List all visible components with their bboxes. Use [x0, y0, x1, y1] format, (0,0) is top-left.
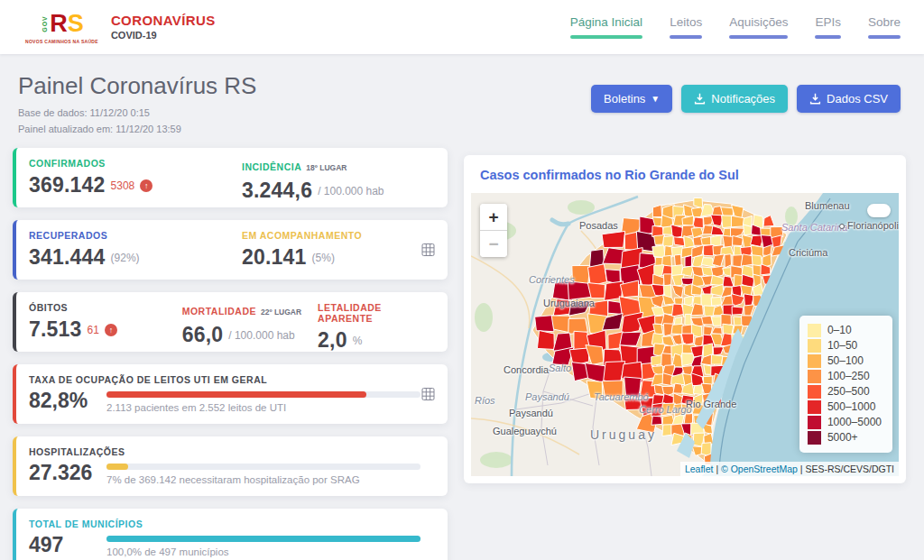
municipios-label: TOTAL DE MUNICÍPIOS [29, 519, 435, 529]
city-marker-icon [839, 224, 845, 229]
map-card: Casos confirmados no Rio Grande do Sul [464, 155, 906, 483]
download-icon [694, 93, 706, 105]
attribution-source: SES-RS/CEVS/DGTI [805, 464, 894, 474]
nav-item-aquisicoes[interactable]: Aquisições [729, 15, 788, 39]
hospitalizacoes-progress-fill [106, 464, 128, 470]
page-title: Painel Coronavírus RS [18, 72, 256, 100]
legend-row: 5000+ [808, 430, 882, 445]
legend-swatch [808, 324, 821, 337]
map-label: Criciúma [789, 247, 827, 258]
legend-row: 100–250 [808, 369, 882, 384]
map-layers-pill[interactable] [867, 204, 891, 217]
rs-letter-r: R [50, 12, 68, 36]
recuperados-label: RECUPERADOS [29, 230, 242, 241]
map-label: Salto [549, 363, 571, 373]
legend-label: 250–500 [827, 384, 870, 399]
gov-vertical-mark: GOV [40, 11, 50, 38]
legend-swatch [808, 370, 821, 383]
confirmados-value: 369.142 [29, 173, 106, 197]
letalidade-label: LETALIDADE APARENTE [318, 302, 435, 324]
obitos-value: 7.513 [29, 317, 82, 342]
map-label: Gualeguaychú [493, 426, 557, 436]
legend-label: 10–50 [827, 338, 857, 353]
card-confirmados: CONFIRMADOS 369.142 5308↑ INCIDÊNCIA18º … [13, 148, 448, 207]
database-date-text: Base de dados: 11/12/20 0:15 [18, 106, 256, 122]
legend-label: 100–250 [827, 369, 870, 384]
legend-row: 10–50 [808, 338, 882, 353]
municipios-value: 497 [29, 533, 94, 557]
covid19-wordmark: COVID-19 [111, 30, 216, 42]
municipios-caption: 100,0% de 497 municípios [106, 546, 420, 557]
confirmados-label: CONFIRMADOS [29, 158, 242, 169]
map-label: Blumenau [805, 200, 850, 211]
table-icon[interactable] [421, 243, 435, 257]
legend-row: 1000–5000 [808, 415, 882, 430]
legend-row: 50–100 [808, 353, 882, 369]
dados-csv-button[interactable]: Dados CSV [797, 85, 901, 113]
map-attribution: Leaflet | © OpenStreetMap | SES-RS/CEVS/… [680, 462, 899, 476]
panel-updated-text: Painel atualizado em: 11/12/20 13:59 [18, 122, 256, 138]
map-label: Ríos [475, 395, 495, 406]
map-label: Rio Grande [686, 399, 736, 409]
map-label: Paysandú [525, 391, 569, 402]
nav-item-pagina-inicial[interactable]: Página Inicial [570, 15, 642, 39]
card-hospitalizacoes: HOSPITALIZAÇÕES 27.326 7% de 369.142 nec… [13, 436, 448, 496]
nav-active-underline [570, 35, 642, 39]
incidencia-value: 3.244,6 [242, 179, 312, 203]
obitos-delta: 61 [88, 324, 99, 336]
notificacoes-button[interactable]: Notificações [681, 85, 788, 113]
legend-label: 500–1000 [827, 399, 875, 415]
legend-row: 250–500 [808, 384, 882, 399]
legend-label: 5000+ [827, 430, 858, 445]
recuperados-pct: (92%) [111, 252, 140, 264]
letalidade-value: 2,0 [318, 328, 347, 353]
card-recuperados: RECUPERADOS 341.444 (92%) EM ACOMPANHAME… [13, 220, 448, 280]
zoom-in-button[interactable]: + [480, 204, 507, 230]
legend-swatch [808, 354, 821, 368]
legend-label: 0–10 [827, 323, 852, 338]
hospitalizacoes-progress-track [106, 464, 420, 470]
hospitalizacoes-caption: 7% de 369.142 necessitaram hospitalizaçã… [106, 474, 420, 485]
map-label: Cerro Largo [639, 404, 692, 415]
main-nav: Página Inicial Leitos Aquisições EPIs So… [570, 15, 901, 39]
uti-label: TAXA DE OCUPAÇÃO DE LEITOS UTI EM GERAL [29, 374, 435, 385]
acompanhamento-label: EM ACOMPANHAMENTO [242, 230, 362, 241]
download-icon [809, 93, 821, 105]
zoom-out-button[interactable]: − [480, 231, 507, 257]
uti-value: 82,8% [29, 389, 94, 413]
confirmados-delta: 5308 [111, 179, 135, 192]
legend-label: 50–100 [827, 353, 864, 369]
map-label: Florianópolis [839, 220, 899, 231]
caret-down-icon: ▼ [651, 94, 660, 104]
boletins-button[interactable]: Boletins▼ [591, 85, 672, 113]
openstreetmap-link[interactable]: © OpenStreetMap [721, 464, 798, 474]
map-label: Santa Catarina [781, 222, 847, 233]
rs-gov-logo: GOV RS NOVOS CAMINHOS NA SAÚDE CORONAVÍR… [25, 11, 216, 44]
logo-tagline: NOVOS CAMINHOS NA SAÚDE [25, 40, 98, 44]
legend-swatch [808, 431, 821, 445]
map-legend: 0–1010–5050–100100–250250–500500–1000100… [799, 316, 892, 453]
card-obitos: ÓBITOS 7.513 61↑ MORTALIDADE22º LUGAR 66… [13, 292, 448, 352]
arrow-up-badge-icon: ↑ [105, 324, 117, 336]
map-label: Concordia [504, 364, 549, 375]
arrow-up-badge-icon: ↑ [140, 179, 152, 192]
map-label: Uruguaiana [543, 298, 595, 308]
letalidade-unit: % [353, 335, 363, 347]
nav-item-epis[interactable]: EPIs [815, 15, 841, 39]
legend-swatch [808, 400, 821, 414]
choropleth-map[interactable]: PosadasCorrientesUruguaianaConcordiaSalt… [471, 193, 899, 476]
uti-progress-fill [106, 391, 366, 398]
hospitalizacoes-label: HOSPITALIZAÇÕES [29, 446, 435, 457]
acompanhamento-pct: (5%) [312, 252, 335, 264]
map-label: Tacuarembó [594, 391, 649, 402]
nav-item-leitos[interactable]: Leitos [670, 15, 702, 39]
acompanhamento-value: 20.141 [242, 245, 307, 270]
rs-letter-s: S [68, 12, 84, 36]
leaflet-link[interactable]: Leaflet [685, 464, 714, 474]
top-header: GOV RS NOVOS CAMINHOS NA SAÚDE CORONAVÍR… [0, 0, 924, 54]
legend-row: 0–10 [808, 323, 882, 338]
table-icon[interactable] [421, 388, 435, 401]
nav-item-sobre[interactable]: Sobre [868, 15, 901, 39]
coronavirus-wordmark: CORONAVÍRUS [111, 13, 216, 30]
mortalidade-unit: / 100.000 hab [228, 329, 294, 342]
